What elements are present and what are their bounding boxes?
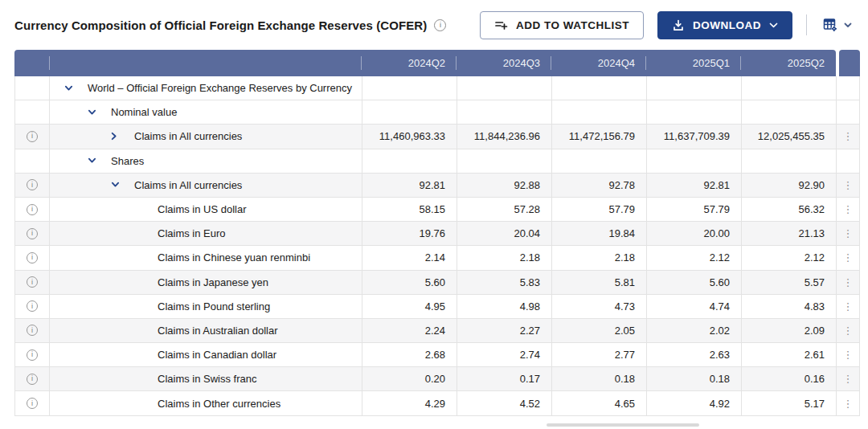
table-row: iClaims in Canadian dollar2.682.742.772.…: [14, 343, 860, 367]
ellipsis-icon[interactable]: ⋮: [843, 349, 854, 360]
value-cell: 2.74: [457, 343, 551, 366]
row-label: Claims in Other currencies: [158, 398, 280, 410]
ellipsis-icon[interactable]: ⋮: [843, 252, 854, 263]
ellipsis-icon[interactable]: ⋮: [843, 131, 854, 141]
value-cell: 57.28: [457, 198, 551, 221]
row-actions-cell: [836, 76, 860, 100]
horizontal-scrollbar[interactable]: [547, 423, 699, 427]
row-label: Claims in All currencies: [134, 179, 242, 191]
value-cell: 20.00: [646, 222, 741, 245]
value-cell: 4.29: [362, 391, 457, 415]
toolbar: Currency Composition of Official Foreign…: [0, 0, 868, 50]
ellipsis-icon[interactable]: ⋮: [843, 398, 854, 409]
row-label-cell: Claims in All currencies: [50, 125, 362, 148]
row-actions-cell: [836, 100, 860, 124]
value-cell: 4.92: [646, 391, 741, 415]
chevron-down-icon[interactable]: [88, 157, 111, 164]
value-cell: [457, 149, 551, 173]
info-icon[interactable]: i: [27, 349, 38, 361]
table-settings-button[interactable]: [821, 15, 854, 35]
header-info-column: [14, 50, 50, 76]
value-cell: 57.79: [646, 198, 741, 221]
row-info-cell: i: [14, 319, 50, 342]
info-icon[interactable]: i: [27, 276, 38, 288]
row-label-cell: Claims in Other currencies: [50, 391, 362, 415]
page-title: Currency Composition of Official Foreign…: [14, 18, 427, 32]
info-icon[interactable]: i: [27, 204, 38, 215]
row-label-cell: Claims in Swiss franc: [50, 367, 362, 390]
value-cell: 0.20: [362, 367, 457, 390]
ellipsis-icon[interactable]: ⋮: [843, 277, 854, 288]
row-label: Claims in Japanese yen: [158, 276, 268, 288]
value-cell: 2.24: [362, 319, 457, 342]
row-label-cell: Claims in US dollar: [50, 198, 362, 221]
value-cell: 2.12: [741, 246, 836, 269]
table-row: Nominal value: [14, 100, 860, 125]
row-actions-cell: ⋮: [836, 343, 860, 366]
row-info-cell: i: [14, 198, 50, 221]
row-label: Claims in Pound sterling: [158, 300, 270, 313]
row-label: Claims in US dollar: [158, 203, 247, 215]
info-icon[interactable]: i: [27, 300, 38, 312]
row-actions-cell: ⋮: [836, 125, 860, 148]
row-label: Claims in Australian dollar: [158, 325, 278, 337]
row-info-cell: i: [14, 246, 50, 269]
value-cell: 5.83: [457, 271, 551, 294]
row-label-cell: Claims in Chinese yuan renminbi: [50, 246, 362, 269]
value-cell: 2.68: [362, 343, 457, 366]
row-label-cell: Claims in Pound sterling: [50, 295, 362, 318]
value-cell: [551, 76, 646, 100]
chevron-right-icon[interactable]: [111, 132, 134, 141]
row-info-cell: i: [14, 271, 50, 294]
chevron-down-icon[interactable]: [64, 85, 88, 92]
column-header: 2024Q3: [457, 50, 551, 76]
ellipsis-icon[interactable]: ⋮: [843, 180, 854, 190]
cofer-table: 2024Q2 2024Q3 2024Q4 2025Q1 2025Q2 World…: [14, 50, 860, 416]
row-label-cell: Shares: [50, 149, 362, 173]
ellipsis-icon[interactable]: ⋮: [843, 325, 854, 336]
value-cell: 5.60: [362, 271, 457, 294]
row-actions-cell: ⋮: [836, 222, 860, 245]
value-cell: 5.81: [551, 271, 646, 294]
value-cell: 4.73: [551, 295, 646, 318]
info-icon[interactable]: i: [27, 398, 38, 409]
value-cell: 2.18: [551, 246, 646, 269]
row-info-cell: i: [14, 125, 50, 148]
info-icon[interactable]: i: [27, 374, 38, 385]
chevron-down-icon[interactable]: [88, 109, 111, 116]
value-cell: 0.17: [457, 367, 551, 390]
add-to-watchlist-button[interactable]: ADD TO WATCHLIST: [480, 11, 644, 39]
ellipsis-icon[interactable]: ⋮: [843, 204, 854, 214]
value-cell: 58.15: [362, 198, 457, 221]
download-button[interactable]: DOWNLOAD: [657, 11, 792, 39]
info-icon[interactable]: i: [27, 228, 38, 239]
value-cell: [646, 76, 741, 100]
info-icon[interactable]: i: [27, 131, 38, 142]
value-cell: 92.88: [457, 174, 551, 197]
info-icon[interactable]: i: [27, 252, 38, 264]
value-cell: [362, 76, 457, 100]
row-actions-cell: ⋮: [836, 198, 860, 221]
chevron-down-icon[interactable]: [111, 182, 134, 188]
value-cell: 11,460,963.33: [362, 125, 457, 148]
value-cell: [646, 149, 741, 173]
table-row: iClaims in Swiss franc0.200.170.180.180.…: [14, 367, 860, 391]
title-info-icon[interactable]: i: [434, 19, 446, 31]
row-info-cell: [14, 76, 50, 100]
row-info-cell: i: [14, 295, 50, 318]
value-cell: 56.32: [741, 198, 836, 221]
download-label: DOWNLOAD: [693, 19, 761, 31]
value-cell: 2.77: [551, 343, 646, 366]
ellipsis-icon[interactable]: ⋮: [843, 228, 854, 239]
table-body: World – Official Foreign Exchange Reserv…: [14, 76, 860, 416]
info-icon[interactable]: i: [27, 325, 38, 336]
value-cell: [457, 100, 551, 124]
ellipsis-icon[interactable]: ⋮: [843, 374, 854, 384]
info-icon[interactable]: i: [27, 179, 38, 190]
value-cell: 2.18: [457, 246, 551, 269]
row-actions-cell: ⋮: [836, 246, 860, 269]
ellipsis-icon[interactable]: ⋮: [843, 301, 854, 312]
value-cell: 0.18: [646, 367, 741, 390]
value-cell: 11,844,236.96: [457, 125, 551, 148]
table-row: World – Official Foreign Exchange Reserv…: [14, 76, 860, 100]
